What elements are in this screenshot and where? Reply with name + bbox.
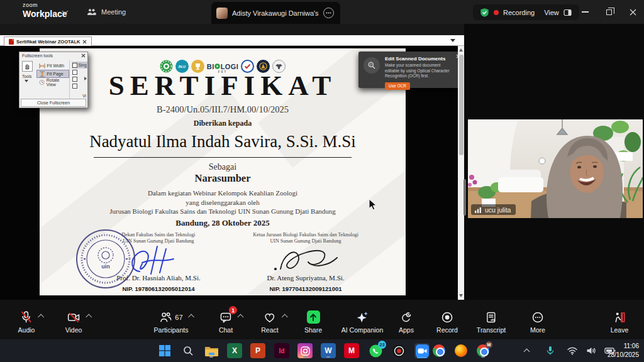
tab-list-dropdown-icon[interactable] bbox=[450, 39, 455, 42]
video-label: Video bbox=[65, 326, 82, 334]
zoom-app-button[interactable] bbox=[414, 343, 430, 358]
participant-video-feed bbox=[468, 119, 643, 218]
scroll-down-icon[interactable] bbox=[459, 294, 463, 297]
video-button[interactable]: Video bbox=[65, 310, 82, 334]
more-button[interactable]: More bbox=[530, 310, 545, 334]
fit-page-button[interactable]: Fit Page bbox=[36, 70, 69, 78]
tray-expand-button[interactable] bbox=[517, 339, 536, 362]
participants-button[interactable]: 67 Participants bbox=[154, 310, 189, 334]
active-app-indicator bbox=[417, 357, 427, 359]
chat-button[interactable]: 1 Chat bbox=[219, 310, 233, 334]
head-name: Dr. Ateng Supriyatna, M.Si. bbox=[223, 274, 388, 282]
react-options-chevron-icon[interactable] bbox=[282, 314, 288, 321]
chrome-profile-button[interactable]: M bbox=[475, 343, 491, 358]
scrollbar-thumb[interactable] bbox=[459, 55, 464, 155]
view-label[interactable]: View bbox=[544, 9, 559, 16]
audio-options-chevron-icon[interactable] bbox=[38, 314, 45, 321]
date-line: Bandung, 28 Oktober 2025 bbox=[40, 218, 406, 228]
file-explorer-button[interactable] bbox=[204, 343, 219, 358]
more-icon bbox=[531, 311, 544, 324]
rotate-view-button[interactable]: Rotate View bbox=[36, 78, 69, 86]
word-button[interactable]: W bbox=[321, 343, 336, 358]
shared-screen-strip bbox=[0, 24, 464, 35]
scroll-up-icon[interactable] bbox=[459, 48, 463, 52]
hand-tool-icon bbox=[24, 63, 31, 70]
wifi-button[interactable] bbox=[563, 339, 582, 362]
pdf-viewer-window: Sertifikat Webinar ZOOTALK BLU bbox=[0, 35, 464, 300]
react-button[interactable]: React bbox=[261, 310, 278, 334]
continuous-layout-button[interactable] bbox=[72, 69, 87, 75]
grid-pages-icon bbox=[72, 84, 77, 89]
tab-meeting[interactable]: Meeting bbox=[87, 0, 126, 24]
participants-label: Participants bbox=[154, 326, 189, 334]
panel-scrollbar-thumb[interactable] bbox=[464, 179, 466, 216]
ai-companion-button[interactable]: AI Companion bbox=[341, 310, 384, 334]
rotate-view-icon bbox=[39, 79, 45, 85]
transcript-button[interactable]: Transcript bbox=[477, 310, 506, 334]
mendeley-icon: M bbox=[348, 346, 355, 355]
brand-workplace: Workplace bbox=[23, 9, 67, 18]
maximize-button[interactable] bbox=[597, 0, 620, 24]
search-button[interactable] bbox=[180, 343, 196, 358]
participant-video-tile[interactable]: ucu julita bbox=[468, 119, 643, 218]
close-fullscreen-button[interactable]: Close Fullscreen bbox=[21, 99, 86, 107]
audio-button[interactable]: Audio bbox=[18, 310, 35, 334]
share-button[interactable]: Share bbox=[304, 310, 322, 334]
mendeley-button[interactable]: M bbox=[344, 343, 359, 358]
firefox-button[interactable] bbox=[453, 343, 469, 358]
volume-button[interactable] bbox=[582, 339, 601, 362]
excel-icon: X bbox=[232, 346, 237, 355]
close-button[interactable] bbox=[621, 0, 644, 24]
fit-width-label: Fit Width bbox=[47, 63, 65, 68]
video-options-chevron-icon[interactable] bbox=[86, 314, 92, 321]
recorder-button[interactable] bbox=[391, 343, 406, 358]
meeting-main-area: Sertifikat Webinar ZOOTALK BLU bbox=[0, 24, 644, 300]
pdf-tab-bar: Sertifikat Webinar ZOOTALK bbox=[0, 35, 464, 46]
recording-label: Recording bbox=[503, 9, 535, 16]
react-label: React bbox=[261, 326, 278, 334]
tray-mic-button[interactable] bbox=[541, 339, 560, 362]
apps-button[interactable]: Apps bbox=[399, 310, 414, 334]
taskbar-clock[interactable]: 11:06 28/10/2025 bbox=[608, 342, 639, 359]
share-screen-icon bbox=[307, 310, 320, 324]
indesign-button[interactable]: Id bbox=[274, 343, 289, 358]
maximize-icon bbox=[606, 9, 612, 15]
body-line-1: Dalam kegiatan Webinar Kelompok Keahlian… bbox=[40, 189, 406, 197]
more-layouts-arrow-icon[interactable] bbox=[84, 77, 87, 80]
tools-popup-close-icon[interactable] bbox=[81, 53, 86, 58]
grid-layout-button[interactable] bbox=[72, 82, 87, 89]
chat-options-chevron-icon[interactable] bbox=[238, 314, 244, 321]
brand-zoom: zoom bbox=[23, 3, 67, 8]
powerpoint-button[interactable]: P bbox=[250, 343, 265, 358]
tools-dropdown-icon[interactable] bbox=[25, 80, 28, 82]
ocr-popup: Edit Scanned Documents Make your scanned… bbox=[358, 52, 464, 88]
record-button[interactable]: Record bbox=[436, 310, 458, 334]
start-button[interactable] bbox=[157, 343, 172, 358]
head-title-line2: UIN Sunan Gunung Djati Bandung bbox=[223, 238, 388, 244]
pdf-document-tab[interactable]: Sertifikat Webinar ZOOTALK bbox=[4, 36, 92, 46]
tab-close-icon[interactable] bbox=[82, 40, 87, 44]
pdf-scrollbar[interactable] bbox=[458, 46, 464, 300]
tab-shared-screen[interactable]: Adisty Virakawugi Darniwa's scree bbox=[211, 2, 340, 24]
hand-tool-button[interactable] bbox=[22, 61, 33, 72]
workspace-chevron-down-icon[interactable] bbox=[63, 9, 67, 13]
zoom-workplace-window: zoom Workplace Meeting Adisty Virakawugi… bbox=[0, 0, 644, 362]
view-layout-icon[interactable] bbox=[564, 8, 572, 17]
meeting-tab-label: Meeting bbox=[101, 8, 126, 16]
participants-options-chevron-icon[interactable] bbox=[188, 314, 194, 321]
instagram-button[interactable] bbox=[297, 343, 313, 358]
certificate-page: BLU BILOGI FST bbox=[40, 48, 406, 295]
use-ocr-button[interactable]: Use OCR bbox=[385, 82, 410, 90]
leave-button[interactable]: Leave bbox=[611, 310, 629, 334]
fit-width-button[interactable]: Fit Width bbox=[36, 62, 69, 70]
head-title-line1: Ketua Jurusan Biologi Fakultas Sains dan… bbox=[223, 232, 388, 238]
chrome-button[interactable] bbox=[431, 343, 447, 358]
as-label: Sebagai bbox=[40, 162, 406, 172]
single-page-layout-button[interactable]: Sing bbox=[72, 62, 87, 69]
minimize-button[interactable] bbox=[574, 0, 596, 24]
signature-block-head: Ketua Jurusan Biologi Fakultas Sains dan… bbox=[223, 232, 388, 292]
excel-button[interactable]: X bbox=[227, 343, 242, 358]
tab-options-ellipsis-icon[interactable] bbox=[323, 8, 334, 18]
given-to-label: Diberikan kepada bbox=[40, 119, 406, 128]
whatsapp-button[interactable]: 23 bbox=[368, 343, 383, 358]
